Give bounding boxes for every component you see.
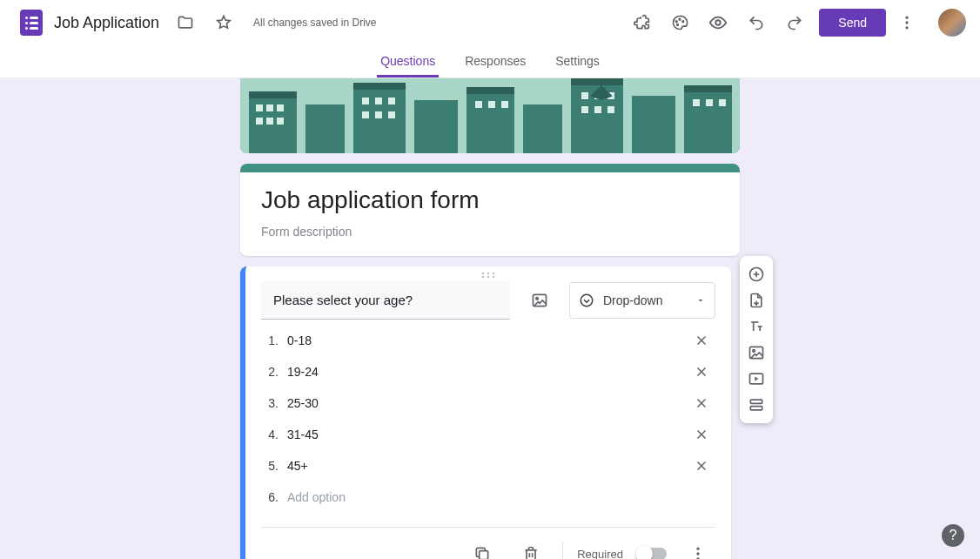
more-options-button[interactable] xyxy=(889,5,924,40)
redo-icon xyxy=(786,14,803,31)
add-video-button[interactable] xyxy=(742,366,771,392)
option-number: 6. xyxy=(261,490,279,504)
tab-settings[interactable]: Settings xyxy=(552,45,603,77)
svg-rect-50 xyxy=(607,106,614,113)
question-card[interactable]: Drop-down 1.0-182.19-243.25-304.31-455.4… xyxy=(240,266,731,559)
account-avatar[interactable] xyxy=(938,9,966,37)
form-title[interactable]: Job application form xyxy=(261,186,719,214)
svg-rect-4 xyxy=(30,17,38,19)
add-question-image-button[interactable] xyxy=(522,283,557,318)
option-text[interactable]: 0-18 xyxy=(287,333,688,347)
dropdown-type-icon xyxy=(579,293,594,308)
svg-rect-72 xyxy=(750,400,762,403)
question-type-select[interactable]: Drop-down xyxy=(569,282,715,319)
svg-rect-34 xyxy=(266,118,273,125)
svg-rect-1 xyxy=(25,17,28,19)
svg-rect-37 xyxy=(375,98,382,104)
svg-rect-29 xyxy=(684,85,732,92)
undo-icon xyxy=(748,14,765,31)
add-option-row[interactable]: 6.Add option xyxy=(261,482,715,513)
option-row[interactable]: 5.45+ xyxy=(261,450,715,482)
svg-rect-32 xyxy=(277,104,284,111)
document-title[interactable]: Job Application xyxy=(54,14,159,32)
svg-point-12 xyxy=(905,17,908,19)
option-text[interactable]: 45+ xyxy=(287,459,688,473)
option-text[interactable]: 31-45 xyxy=(287,428,688,441)
remove-option-button[interactable] xyxy=(688,327,715,354)
svg-rect-38 xyxy=(388,98,395,104)
svg-rect-20 xyxy=(467,87,514,153)
send-button[interactable]: Send xyxy=(819,9,886,37)
add-section-button[interactable] xyxy=(742,392,771,418)
video-icon xyxy=(748,370,765,387)
option-number: 1. xyxy=(261,333,279,347)
svg-rect-23 xyxy=(632,96,675,153)
question-more-button[interactable] xyxy=(681,536,715,559)
svg-rect-2 xyxy=(25,22,28,24)
remove-option-button[interactable] xyxy=(688,421,715,448)
svg-point-8 xyxy=(679,18,681,20)
required-toggle[interactable] xyxy=(637,548,667,559)
help-button[interactable]: ? xyxy=(942,524,964,547)
option-row[interactable]: 1.0-18 xyxy=(261,325,715,356)
option-number: 3. xyxy=(261,396,279,410)
svg-rect-64 xyxy=(480,551,488,559)
forms-logo[interactable] xyxy=(14,5,49,40)
remove-option-button[interactable] xyxy=(688,452,715,480)
customize-theme-button[interactable] xyxy=(662,5,697,40)
tab-responses[interactable]: Responses xyxy=(461,45,529,77)
app-header: Job Application All changes saved in Dri… xyxy=(0,0,980,40)
close-icon xyxy=(694,395,709,411)
option-text[interactable]: 19-24 xyxy=(287,365,688,379)
add-option-placeholder[interactable]: Add option xyxy=(287,490,715,504)
remove-option-button[interactable] xyxy=(688,389,715,417)
option-row[interactable]: 2.19-24 xyxy=(261,356,715,387)
trash-icon xyxy=(522,545,540,559)
svg-rect-41 xyxy=(388,111,395,118)
form-description[interactable]: Form description xyxy=(261,225,719,239)
question-title-input[interactable] xyxy=(261,280,510,320)
delete-question-button[interactable] xyxy=(513,536,548,559)
drag-handle[interactable] xyxy=(245,266,731,279)
preview-button[interactable] xyxy=(701,5,735,40)
option-number: 5. xyxy=(261,459,279,473)
option-text[interactable]: 25-30 xyxy=(287,396,688,410)
option-row[interactable]: 4.31-45 xyxy=(261,419,715,450)
svg-point-57 xyxy=(493,273,495,275)
svg-rect-31 xyxy=(266,104,273,111)
add-image-button[interactable] xyxy=(742,340,771,366)
addons-button[interactable] xyxy=(624,5,659,40)
svg-point-14 xyxy=(905,26,908,29)
svg-rect-33 xyxy=(256,118,263,125)
undo-button[interactable] xyxy=(739,5,774,40)
svg-point-66 xyxy=(696,552,699,555)
svg-point-63 xyxy=(581,294,593,306)
import-questions-button[interactable] xyxy=(742,287,771,313)
star-button[interactable] xyxy=(206,5,241,40)
move-to-folder-button[interactable] xyxy=(168,5,203,40)
title-icon xyxy=(748,318,765,335)
required-label: Required xyxy=(577,548,623,560)
import-file-icon xyxy=(748,292,765,309)
tab-questions[interactable]: Questions xyxy=(377,45,439,77)
redo-button[interactable] xyxy=(777,5,812,40)
svg-point-70 xyxy=(753,350,755,353)
options-list: 1.0-182.19-243.25-304.31-455.45+6.Add op… xyxy=(245,320,731,518)
footer-divider xyxy=(562,542,563,559)
remove-option-button[interactable] xyxy=(688,358,715,386)
duplicate-question-button[interactable] xyxy=(465,536,500,559)
svg-rect-49 xyxy=(594,106,601,113)
svg-rect-26 xyxy=(353,83,406,90)
option-row[interactable]: 3.25-30 xyxy=(261,387,715,419)
svg-rect-73 xyxy=(750,407,762,410)
form-title-card[interactable]: Job application form Form description xyxy=(240,164,740,256)
forms-logo-glyph xyxy=(16,7,47,38)
more-vert-icon xyxy=(689,545,707,559)
add-question-button[interactable] xyxy=(742,261,771,287)
form-header-image xyxy=(240,78,740,153)
close-icon xyxy=(694,333,709,348)
add-title-button[interactable] xyxy=(742,313,771,340)
svg-rect-44 xyxy=(501,101,508,108)
image-icon xyxy=(531,292,548,309)
svg-rect-21 xyxy=(523,104,562,153)
